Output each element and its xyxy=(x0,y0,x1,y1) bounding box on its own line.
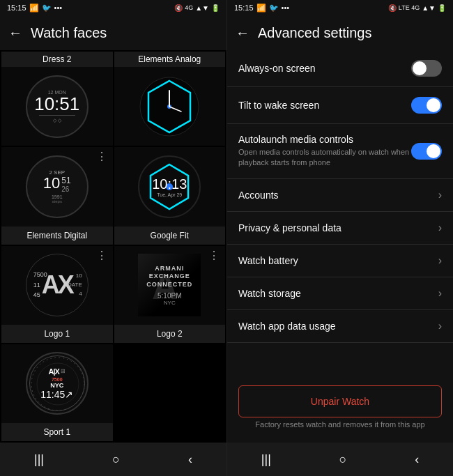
watchface-label-logo1: Logo 1 xyxy=(41,325,72,343)
right-header: ← Advanced settings xyxy=(227,15,453,50)
ed-time-container: 10 51 26 xyxy=(43,176,71,193)
right-nav-back[interactable]: ‹ xyxy=(415,452,419,467)
watchface-item-logo2[interactable]: ⋮ ARMANI EXCHANGECONNECTED 5:10PM NYC A … xyxy=(114,246,226,343)
left-wifi-icon: ▲▼ xyxy=(195,4,209,12)
left-lte-icon: 4G xyxy=(185,4,193,11)
dress2-render: 12 MON 10:51 ◇ ◇ xyxy=(26,75,89,138)
svg-point-9 xyxy=(37,363,79,405)
left-time: 15:15 xyxy=(7,3,26,12)
accounts-title: Accounts xyxy=(238,190,438,201)
ed-min1: 51 xyxy=(61,176,70,185)
logo1-more-icon[interactable]: ⋮ xyxy=(96,250,107,261)
privacy-chevron-icon: › xyxy=(438,222,442,234)
right-nav-menu[interactable]: ||| xyxy=(261,452,271,467)
watchface-preview-dress2[interactable]: 12 MON 10:51 ◇ ◇ xyxy=(1,67,113,146)
tilt-wake-title: Tilt to wake screen xyxy=(238,100,411,111)
always-on-toggle[interactable] xyxy=(411,60,442,77)
left-back-button[interactable]: ← xyxy=(8,25,22,41)
right-status-left: 15:15 📶 🐦 ••• xyxy=(234,3,289,13)
left-signal-icon: 📶 xyxy=(29,3,39,13)
always-on-knob xyxy=(413,61,427,75)
watch-app-data-title: Watch app data usage xyxy=(238,321,438,332)
ed-year: 1991 xyxy=(52,194,63,199)
logo1-render: 7500 11 45 AX 10 DATE 4 xyxy=(26,254,89,316)
right-back-button[interactable]: ← xyxy=(236,25,249,41)
right-status-bar: 15:15 📶 🐦 ••• 🔇 LTE 4G ▲▼ 🔋 xyxy=(227,0,453,15)
watchface-preview-google-fit[interactable]: 10:13 Tue, Apr 29 xyxy=(114,147,226,226)
logo1-count: 4 xyxy=(68,290,82,299)
accounts-text: Accounts xyxy=(238,190,438,201)
watchface-preview-elements-digital[interactable]: ⋮ 2 SEP 10 51 26 1991 steps xyxy=(1,147,113,226)
right-dots-icon: ••• xyxy=(282,3,290,12)
logo1-date-label: 10 xyxy=(68,272,82,281)
watch-app-data-text: Watch app data usage xyxy=(238,321,438,332)
settings-item-watch-storage[interactable]: Watch storage › xyxy=(227,277,453,310)
elements-digital-more-icon[interactable]: ⋮ xyxy=(96,151,107,162)
settings-item-accounts[interactable]: Accounts › xyxy=(227,179,453,212)
right-status-right: 🔇 LTE 4G ▲▼ 🔋 xyxy=(388,4,446,12)
ed-label: steps xyxy=(52,199,62,204)
sport1-inner: A|X ⊞ 7500 NYC 11:45↗ xyxy=(29,355,85,411)
settings-item-autolaunch[interactable]: Autolaunch media controls Open media con… xyxy=(227,124,453,179)
settings-item-privacy[interactable]: Privacy & personal data › xyxy=(227,212,453,245)
settings-item-tilt-wake[interactable]: Tilt to wake screen xyxy=(227,87,453,124)
google-fit-render: 10:13 Tue, Apr 29 xyxy=(138,155,201,218)
autolaunch-knob xyxy=(427,144,440,158)
right-mute-icon: 🔇 xyxy=(388,4,397,12)
right-header-title: Advanced settings xyxy=(258,25,371,41)
left-nav-home[interactable]: ○ xyxy=(112,452,120,467)
left-header: ← Watch faces xyxy=(0,15,227,50)
watchface-label-sport1: Sport 1 xyxy=(40,423,73,441)
watchface-preview-elements-analog[interactable] xyxy=(114,67,226,146)
left-mute-icon: 🔇 xyxy=(174,4,183,12)
svg-text:A: A xyxy=(152,266,178,307)
left-header-title: Watch faces xyxy=(31,25,107,41)
watchface-item-google-fit[interactable]: 10:13 Tue, Apr 29 Google Fit xyxy=(114,147,226,244)
settings-item-watch-app-data[interactable]: Watch app data usage › xyxy=(227,310,453,343)
tilt-wake-text: Tilt to wake screen xyxy=(238,100,411,111)
logo1-date-val: DATE xyxy=(68,281,82,290)
watch-app-data-chevron-icon: › xyxy=(438,320,442,332)
left-bottom-nav: ||| ○ ‹ xyxy=(0,443,227,476)
watchface-item-logo1[interactable]: ⋮ 7500 11 45 AX 10 DATE 4 Logo 1 xyxy=(1,246,113,343)
watchface-item-elements-digital[interactable]: ⋮ 2 SEP 10 51 26 1991 steps Elements Dig… xyxy=(1,147,113,244)
settings-item-watch-battery[interactable]: Watch battery › xyxy=(227,245,453,277)
gf-date: Tue, Apr 29 xyxy=(157,192,182,197)
tilt-wake-toggle[interactable] xyxy=(411,97,442,114)
autolaunch-toggle[interactable] xyxy=(411,143,442,160)
watchface-label-dress2: Dress 2 xyxy=(1,52,113,67)
right-twitter-icon: 🐦 xyxy=(269,3,279,13)
left-nav-back[interactable]: ‹ xyxy=(188,452,192,467)
watchface-label-elements-digital: Elements Digital xyxy=(24,227,90,245)
unpair-description: Factory resets watch and removes it from… xyxy=(238,420,442,429)
left-battery-icon: 🔋 xyxy=(211,4,220,12)
logo1-right-data: 10 DATE 4 xyxy=(68,272,82,298)
watch-storage-title: Watch storage xyxy=(238,288,438,299)
logo2-ax-svg: A xyxy=(138,254,201,316)
privacy-title: Privacy & personal data xyxy=(238,222,438,233)
watchface-item-elements-analog[interactable]: Elements Analog xyxy=(114,52,226,146)
left-nav-menu[interactable]: ||| xyxy=(34,452,44,467)
watch-storage-text: Watch storage xyxy=(238,288,438,299)
watchface-item-sport1[interactable]: A|X ⊞ 7500 NYC 11:45↗ Sport 1 xyxy=(1,344,113,441)
left-panel: 15:15 📶 🐦 ••• 🔇 4G ▲▼ 🔋 ← Watch faces Dr… xyxy=(0,0,227,476)
watchface-preview-logo2[interactable]: ⋮ ARMANI EXCHANGECONNECTED 5:10PM NYC A xyxy=(114,246,226,325)
left-dots-icon: ••• xyxy=(54,3,63,12)
right-time: 15:15 xyxy=(234,3,254,12)
left-status-left: 15:15 📶 🐦 ••• xyxy=(7,3,62,13)
watchface-item-dress2[interactable]: Dress 2 12 MON 10:51 ◇ ◇ xyxy=(1,52,113,146)
watchface-preview-sport1[interactable]: A|X ⊞ 7500 NYC 11:45↗ xyxy=(1,344,113,423)
watch-battery-chevron-icon: › xyxy=(438,254,442,267)
settings-list: Always-on screen Tilt to wake screen Aut… xyxy=(227,50,453,377)
dress2-divider xyxy=(39,115,75,116)
ed-hour: 10 xyxy=(43,176,60,191)
watchface-preview-logo1[interactable]: ⋮ 7500 11 45 AX 10 DATE 4 xyxy=(1,246,113,325)
logo2-render: ARMANI EXCHANGECONNECTED 5:10PM NYC A xyxy=(138,254,201,316)
unpair-button[interactable]: Unpair Watch xyxy=(238,385,442,417)
ed-mins: 51 26 xyxy=(61,176,70,193)
unpair-section: Unpair Watch Factory resets watch and re… xyxy=(227,377,453,443)
logo2-more-icon[interactable]: ⋮ xyxy=(208,250,220,261)
right-nav-home[interactable]: ○ xyxy=(339,452,347,467)
settings-item-always-on[interactable]: Always-on screen xyxy=(227,50,453,87)
elements-digital-render: 2 SEP 10 51 26 1991 steps xyxy=(26,155,89,218)
